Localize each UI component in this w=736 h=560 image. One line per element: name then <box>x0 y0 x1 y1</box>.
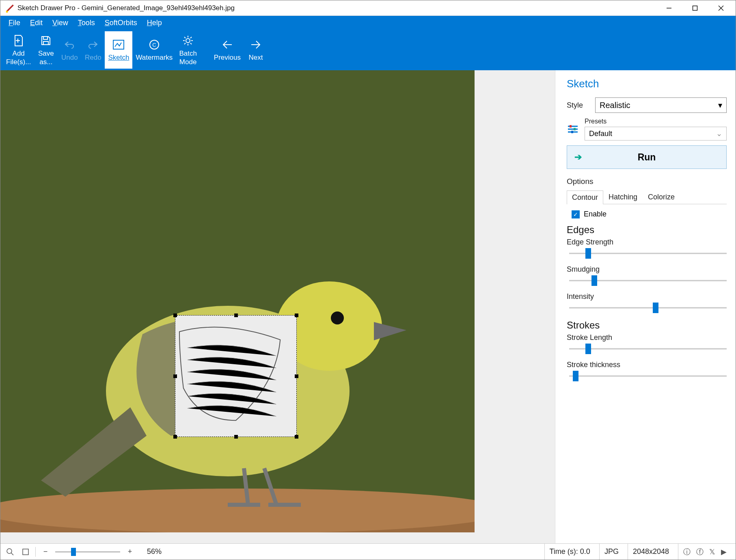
sketch-preview-content <box>175 316 296 437</box>
status-bar: − + 56% Time (s): 0.0 JPG 2048x2048 ⓘ ⓕ … <box>0 543 736 560</box>
tab-contour[interactable]: Contour <box>567 190 603 204</box>
slider-thumb[interactable] <box>71 548 76 556</box>
svg-rect-30 <box>570 125 572 128</box>
menu-softorbits[interactable]: SoftOrbits <box>100 17 142 29</box>
twitter-icon[interactable]: 𝕏 <box>709 547 715 556</box>
facebook-icon[interactable]: ⓕ <box>696 547 704 557</box>
redo-button[interactable]: Redo <box>81 31 105 69</box>
watermarks-label: Watermarks <box>136 53 173 62</box>
title-bar: Sketch Drawer Pro - Gemini_Generated_Ima… <box>0 0 736 16</box>
image-canvas[interactable] <box>0 70 475 532</box>
zoom-in-button[interactable]: + <box>124 546 136 558</box>
run-arrow-icon: ➔ <box>574 152 582 162</box>
minimize-button[interactable] <box>656 0 682 16</box>
slider-thumb[interactable] <box>573 371 578 381</box>
enable-label: Enable <box>584 210 606 218</box>
arrow-left-icon <box>222 38 233 52</box>
next-label: Next <box>249 53 263 62</box>
next-button[interactable]: Next <box>244 31 268 69</box>
slider-thumb[interactable] <box>585 248 591 259</box>
menu-bar: File Edit View Tools SoftOrbits Help <box>0 16 736 30</box>
youtube-icon[interactable]: ▶ <box>721 547 727 556</box>
previous-label: Previous <box>214 53 241 62</box>
svg-rect-2 <box>693 6 697 10</box>
format-cell: JPG <box>599 544 624 560</box>
options-tabs: Contour Hatching Colorize <box>567 190 727 204</box>
intensity-slider[interactable] <box>569 303 727 312</box>
svg-point-25 <box>331 311 344 324</box>
selection-handle[interactable] <box>173 374 177 378</box>
style-select[interactable]: Realistic ▾ <box>595 97 727 113</box>
strokes-title: Strokes <box>567 320 727 331</box>
slider-thumb[interactable] <box>591 275 597 286</box>
slider-thumb[interactable] <box>585 344 591 354</box>
zoom-slider[interactable] <box>55 548 120 556</box>
svg-line-18 <box>190 43 192 44</box>
info-icon[interactable]: ⓘ <box>683 547 691 557</box>
stroke-thickness-slider[interactable] <box>569 372 727 381</box>
selection-handle[interactable] <box>234 435 238 439</box>
stroke-length-slider[interactable] <box>569 344 727 353</box>
selection-handle[interactable] <box>234 314 238 317</box>
menu-help[interactable]: Help <box>142 17 167 29</box>
undo-label: Undo <box>61 53 78 62</box>
app-icon <box>5 4 14 13</box>
close-button[interactable] <box>708 0 734 16</box>
menu-tools[interactable]: Tools <box>73 17 100 29</box>
sketch-button[interactable]: Sketch <box>105 31 132 69</box>
svg-rect-0 <box>6 11 8 13</box>
watermarks-button[interactable]: C Watermarks <box>132 31 176 69</box>
previous-button[interactable]: Previous <box>211 31 244 69</box>
zoom-actual-icon[interactable] <box>4 546 16 558</box>
menu-edit[interactable]: Edit <box>25 17 47 29</box>
menu-file[interactable]: File <box>4 17 25 29</box>
edge-strength-slider[interactable] <box>569 249 727 258</box>
toolbar: Add File(s)... Save as... Undo Redo Sket… <box>0 30 736 70</box>
zoom-fit-icon[interactable] <box>20 546 31 558</box>
style-value: Realistic <box>600 101 630 110</box>
svg-line-17 <box>184 37 186 38</box>
selection-handle[interactable] <box>173 435 177 439</box>
svg-line-34 <box>11 553 13 555</box>
edges-title: Edges <box>567 224 727 236</box>
smudging-slider[interactable] <box>569 276 727 285</box>
add-files-label: Add File(s)... <box>6 49 31 67</box>
tab-colorize[interactable]: Colorize <box>643 190 680 204</box>
add-files-button[interactable]: Add File(s)... <box>3 31 34 69</box>
presets-select[interactable]: Default ⌄ <box>585 127 727 141</box>
selection-handle[interactable] <box>173 314 177 317</box>
settings-panel: Sketch Style Realistic ▾ Presets Default… <box>555 70 736 543</box>
zoom-out-button[interactable]: − <box>40 546 51 558</box>
save-as-button[interactable]: Save as... <box>34 31 58 69</box>
sketch-preview-selection[interactable] <box>175 315 297 437</box>
svg-point-22 <box>0 489 475 532</box>
tab-hatching[interactable]: Hatching <box>603 190 643 204</box>
bird-image <box>0 70 475 532</box>
svg-rect-32 <box>571 131 573 133</box>
batch-mode-label: Batch Mode <box>179 49 196 67</box>
selection-handle[interactable] <box>295 435 298 439</box>
undo-icon <box>64 38 75 52</box>
sliders-icon[interactable] <box>567 123 579 135</box>
svg-line-19 <box>190 37 192 38</box>
sketch-label: Sketch <box>108 53 129 62</box>
social-links: ⓘ ⓕ 𝕏 ▶ <box>678 544 732 560</box>
sketch-icon <box>112 38 125 52</box>
selection-handle[interactable] <box>295 374 298 378</box>
chevron-down-icon: ⌄ <box>716 129 722 138</box>
undo-button[interactable]: Undo <box>58 31 81 69</box>
maximize-button[interactable] <box>682 0 708 16</box>
save-as-label: Save as... <box>38 49 54 67</box>
run-button[interactable]: ➔ Run <box>567 145 727 169</box>
menu-view[interactable]: View <box>47 17 73 29</box>
enable-checkbox[interactable]: ✓ <box>572 210 580 218</box>
slider-thumb[interactable] <box>653 303 658 313</box>
intensity-label: Intensity <box>567 292 727 301</box>
add-file-icon <box>13 34 24 48</box>
svg-rect-35 <box>23 549 28 555</box>
selection-handle[interactable] <box>295 314 298 317</box>
batch-mode-button[interactable]: Batch Mode <box>176 31 200 69</box>
svg-rect-31 <box>574 128 576 130</box>
edge-strength-label: Edge Strength <box>567 238 727 246</box>
svg-point-12 <box>186 39 190 43</box>
